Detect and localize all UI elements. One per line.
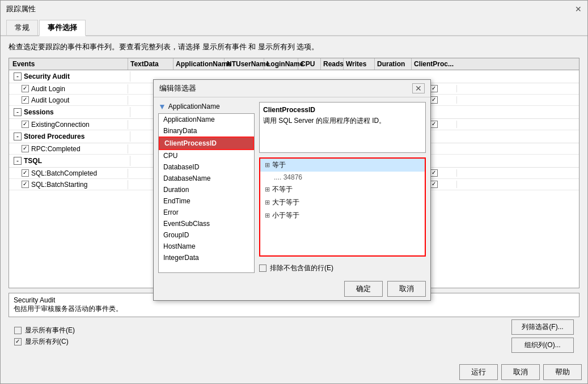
section-label-stored-procedures: Stored Procedures <box>24 133 84 140</box>
filter-item-applicationname[interactable]: ApplicationName <box>159 114 254 125</box>
show-all-events-row: 显示所有事件(E) <box>14 326 75 335</box>
section-label-security-audit: Security Audit <box>24 72 70 80</box>
expand-icon-3: ⊞ <box>265 199 270 206</box>
condition-equals-label: 等于 <box>272 160 286 170</box>
col-header-login: LoginName <box>264 58 298 70</box>
filter-item-binarydata[interactable]: BinaryData <box>159 125 254 136</box>
filter-item-endtime[interactable]: EndTime <box>159 195 254 207</box>
filter-item-databaseid[interactable]: DatabaseID <box>159 161 254 173</box>
expand-icon-2: ⊞ <box>265 186 270 193</box>
filter-conditions-list[interactable]: ⊞ 等于 .... 34876 ⊞ 不等于 ⊞ 大于等于 ⊞ 小于等于 <box>259 157 426 257</box>
row-check-existingconnection[interactable] <box>22 121 29 128</box>
filter-list-header-label: ApplicationName <box>168 103 220 110</box>
run-button[interactable]: 运行 <box>459 364 498 380</box>
batchstarting-clientproc-cb[interactable] <box>430 181 438 188</box>
row-name-audit-login: Audit Login <box>9 84 128 93</box>
section-label-sessions: Sessions <box>24 108 54 116</box>
dialog-cancel-button[interactable]: 取消 <box>387 281 426 297</box>
audit-login-clientproc-cb[interactable] <box>430 85 438 92</box>
column-filter-button[interactable]: 列筛选器(F)... <box>511 319 574 335</box>
side-buttons: 列筛选器(F)... 组织列(O)... <box>511 319 574 353</box>
section-collapse-sessions[interactable]: - <box>14 108 22 116</box>
expand-icon: ⊞ <box>265 161 270 169</box>
tab-general[interactable]: 常规 <box>6 20 38 35</box>
funnel-icon: ▼ <box>158 102 166 111</box>
audit-logout-clientproc-cb[interactable] <box>430 96 438 104</box>
col-header-appname: ApplicationName <box>174 58 225 70</box>
filter-item-hostname[interactable]: HostName <box>159 241 254 252</box>
field-desc-text: 调用 SQL Server 的应用程序的进程 ID。 <box>263 116 422 126</box>
condition-value-text: .... 34876 <box>265 173 302 181</box>
row-name-audit-logout: Audit Logout <box>9 96 128 105</box>
condition-gte[interactable]: ⊞ 大于等于 <box>260 196 425 209</box>
section-collapse-security-audit[interactable]: - <box>14 72 22 80</box>
col-header-events: Events <box>9 58 128 70</box>
row-name-rpc-completed: RPC:Completed <box>9 144 128 153</box>
bottom-panel: 显示所有事件(E) 显示所有列(C) 列筛选器(F)... 组织列(O)... <box>9 317 579 355</box>
tab-event-selection[interactable]: 事件选择 <box>39 20 86 36</box>
dialog-close-button[interactable]: ✕ <box>412 83 425 93</box>
filter-item-integerdata[interactable]: IntegerData <box>159 252 254 263</box>
table-header: Events TextData ApplicationName NTUserNa… <box>9 58 579 70</box>
condition-lte-label: 小于等于 <box>272 211 299 220</box>
filter-item-databasename[interactable]: DatabaseName <box>159 173 254 184</box>
exclude-checkbox[interactable] <box>259 264 266 272</box>
organize-columns-button[interactable]: 组织列(O)... <box>511 338 574 353</box>
status-text: Security Audit包括用于审核服务器活动的事件类。 <box>14 296 122 313</box>
row-name-sql-batchstarting: SQL:BatchStarting <box>9 180 128 189</box>
row-check-sql-batchstarting[interactable] <box>22 181 29 188</box>
row-check-rpc-completed[interactable] <box>22 145 29 152</box>
row-name-sql-batchcompleted: SQL:BatchCompleted <box>9 169 128 178</box>
description-text: 检查选定要跟踪的事件和事件列。要查看完整列表，请选择 显示所有事件 和 显示所有… <box>9 42 579 52</box>
section-label-tsql: TSQL <box>24 157 42 165</box>
window-close-icon[interactable]: ✕ <box>575 5 582 14</box>
filter-item-clientprocessid[interactable]: ClientProcessID <box>159 136 254 150</box>
title-bar: 跟踪属性 ✕ <box>1 1 587 18</box>
batchcompleted-clientproc-cb[interactable] <box>430 169 438 177</box>
condition-equals[interactable]: ⊞ 等于 <box>260 159 425 172</box>
condition-lte[interactable]: ⊞ 小于等于 <box>260 209 425 222</box>
show-all-columns-checkbox[interactable] <box>14 338 22 345</box>
col-header-clientproc: ClientProc... <box>412 58 457 70</box>
exclude-label: 排除不包含值的行(E) <box>270 263 333 273</box>
col-header-duration: Duration <box>375 58 412 70</box>
dialog-ok-button[interactable]: 确定 <box>344 281 383 297</box>
condition-equals-value[interactable]: .... 34876 <box>260 172 425 183</box>
cancel-button[interactable]: 取消 <box>501 364 540 380</box>
dialog-title: 编辑筛选器 <box>159 83 196 93</box>
filter-item-error[interactable]: Error <box>159 207 254 218</box>
expand-icon-4: ⊞ <box>265 212 270 219</box>
show-all-events-label: 显示所有事件(E) <box>25 326 75 335</box>
filter-item-groupid[interactable]: GroupID <box>159 229 254 241</box>
filter-item-eventsubclass[interactable]: EventSubClass <box>159 218 254 229</box>
condition-notequals-label: 不等于 <box>272 185 293 194</box>
field-description-box: ClientProcessID 调用 SQL Server 的应用程序的进程 I… <box>259 102 426 153</box>
filter-item-duration[interactable]: Duration <box>159 184 254 195</box>
action-buttons-bar: 运行 取消 帮助 <box>1 361 587 383</box>
row-check-audit-login[interactable] <box>22 85 29 92</box>
dialog-action-buttons: 确定 取消 <box>154 278 430 300</box>
section-collapse-tsql[interactable]: - <box>14 157 22 165</box>
filter-list[interactable]: ApplicationName BinaryData ClientProcess… <box>158 113 255 273</box>
col-header-cpu: CPU <box>298 58 321 70</box>
filter-list-panel: ▼ ApplicationName ApplicationName Binary… <box>158 102 255 273</box>
row-check-sql-batchcompleted[interactable] <box>22 169 29 177</box>
filter-right-panel: ClientProcessID 调用 SQL Server 的应用程序的进程 I… <box>259 102 426 273</box>
show-all-columns-label: 显示所有列(C) <box>25 337 69 347</box>
edit-filter-dialog: 编辑筛选器 ✕ ▼ ApplicationName ApplicationNam… <box>153 79 431 301</box>
field-name-label: ClientProcessID <box>263 106 422 114</box>
tab-bar: 常规 事件选择 <box>1 18 587 36</box>
show-all-events-checkbox[interactable] <box>14 327 22 334</box>
bottom-checkboxes: 显示所有事件(E) 显示所有列(C) <box>14 326 75 347</box>
exclude-row: 排除不包含值的行(E) <box>259 263 426 273</box>
col-header-reads: Reads <box>321 58 344 70</box>
row-check-audit-logout[interactable] <box>22 96 29 104</box>
condition-notequals[interactable]: ⊞ 不等于 <box>260 183 425 196</box>
window-title: 跟踪属性 <box>6 4 36 14</box>
existingconn-clientproc-cb[interactable] <box>430 121 438 128</box>
help-button[interactable]: 帮助 <box>543 364 582 380</box>
section-collapse-stored-procedures[interactable]: - <box>14 133 22 140</box>
filter-item-cpu[interactable]: CPU <box>159 150 254 161</box>
dialog-content: ▼ ApplicationName ApplicationName Binary… <box>154 97 430 278</box>
row-name-existingconnection: ExistingConnection <box>9 120 128 129</box>
